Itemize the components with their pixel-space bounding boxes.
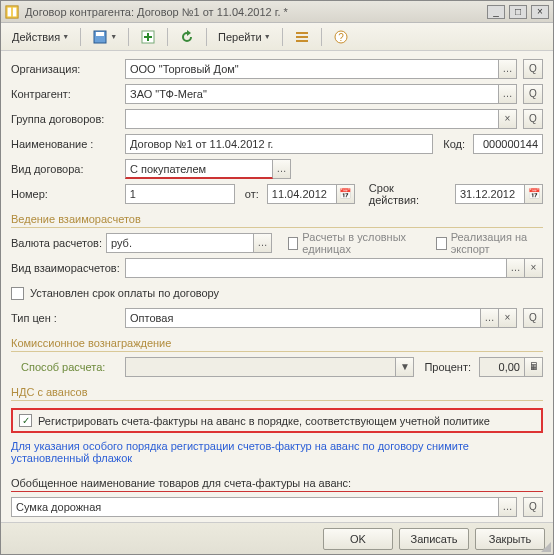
price-type-label: Тип цен : xyxy=(11,312,121,324)
contract-type-select-button[interactable]: … xyxy=(273,159,291,179)
price-type-select-button[interactable]: … xyxy=(481,308,499,328)
price-type-clear-button[interactable]: × xyxy=(499,308,517,328)
vat-register-box: ✓ Регистрировать счета-фактуры на аванс … xyxy=(11,408,543,433)
counterparty-label: Контрагент: xyxy=(11,88,121,100)
percent-calc-button: 🖩 xyxy=(525,357,543,377)
conditional-units-label: Расчеты в условных единицах xyxy=(302,231,423,255)
vat-register-label: Регистрировать счета-фактуры на аванс в … xyxy=(38,415,490,427)
save-button[interactable]: Записать xyxy=(399,528,469,550)
vat-summary-select-button[interactable]: … xyxy=(499,497,517,517)
currency-label: Валюта расчетов: xyxy=(11,237,102,249)
name-input[interactable] xyxy=(125,134,433,154)
method-label: Способ расчета: xyxy=(11,361,121,373)
goto-menu[interactable]: Перейти▼ xyxy=(213,28,276,46)
percent-input xyxy=(479,357,525,377)
code-input[interactable] xyxy=(473,134,543,154)
export-checkbox xyxy=(436,237,447,250)
counterparty-help-button[interactable]: Q xyxy=(523,84,543,104)
settle-type-input[interactable] xyxy=(125,258,507,278)
counterparty-select-button[interactable]: … xyxy=(499,84,517,104)
export-label: Реализация на экспорт xyxy=(451,231,543,255)
close-footer-button[interactable]: Закрыть xyxy=(475,528,545,550)
settlements-heading: Ведение взаиморасчетов xyxy=(11,213,543,228)
validity-picker[interactable]: 📅 xyxy=(525,184,543,204)
contract-type-label: Вид договора: xyxy=(11,163,121,175)
price-type-help-button[interactable]: Q xyxy=(523,308,543,328)
organization-label: Организация: xyxy=(11,63,121,75)
vat-summary-heading: Обобщенное наименование товаров для счет… xyxy=(11,477,543,492)
actions-menu[interactable]: Действия▼ xyxy=(7,28,74,46)
number-input[interactable] xyxy=(125,184,235,204)
svg-rect-7 xyxy=(296,36,308,38)
organization-input[interactable] xyxy=(125,59,499,79)
date-from-input[interactable] xyxy=(267,184,337,204)
counterparty-input[interactable] xyxy=(125,84,499,104)
price-type-input[interactable] xyxy=(125,308,481,328)
code-label: Код: xyxy=(443,138,465,150)
vat-summary-input[interactable] xyxy=(11,497,499,517)
organization-select-button[interactable]: … xyxy=(499,59,517,79)
group-help-button[interactable]: Q xyxy=(523,109,543,129)
window-title: Договор контрагента: Договор №1 от 11.04… xyxy=(25,6,487,18)
help-icon-button[interactable]: ? xyxy=(328,26,354,48)
group-input[interactable] xyxy=(125,109,499,129)
add-icon-button[interactable] xyxy=(135,26,161,48)
payment-term-checkbox[interactable] xyxy=(11,287,24,300)
vat-hint: Для указания особого порядка регистрации… xyxy=(11,440,543,464)
app-icon xyxy=(5,5,19,19)
footer-bar: OK Записать Закрыть xyxy=(1,522,553,554)
close-button[interactable]: × xyxy=(531,5,549,19)
vat-heading: НДС с авансов xyxy=(11,386,543,401)
vat-summary-help-button[interactable]: Q xyxy=(523,497,543,517)
contract-type-input[interactable] xyxy=(125,159,273,179)
minimize-button[interactable]: _ xyxy=(487,5,505,19)
method-dropdown-button: ▼ xyxy=(396,357,414,377)
from-label: от: xyxy=(245,188,259,200)
svg-rect-1 xyxy=(8,7,12,16)
title-bar: Договор контрагента: Договор №1 от 11.04… xyxy=(1,1,553,23)
validity-label: Срок действия: xyxy=(369,182,447,206)
payment-term-label: Установлен срок оплаты по договору xyxy=(30,287,219,299)
svg-rect-8 xyxy=(296,40,308,42)
settle-type-clear-button[interactable]: × xyxy=(525,258,543,278)
commission-heading: Комиссионное вознаграждение xyxy=(11,337,543,352)
svg-rect-2 xyxy=(13,7,17,16)
vat-register-checkbox[interactable]: ✓ xyxy=(19,414,32,427)
svg-rect-6 xyxy=(296,32,308,34)
svg-text:?: ? xyxy=(338,32,344,43)
ok-button[interactable]: OK xyxy=(323,528,393,550)
group-label: Группа договоров: xyxy=(11,113,121,125)
list-icon-button[interactable] xyxy=(289,26,315,48)
refresh-icon-button[interactable] xyxy=(174,26,200,48)
conditional-units-checkbox xyxy=(288,237,299,250)
number-label: Номер: xyxy=(11,188,121,200)
organization-help-button[interactable]: Q xyxy=(523,59,543,79)
validity-input[interactable] xyxy=(455,184,525,204)
currency-input[interactable] xyxy=(106,233,254,253)
percent-label: Процент: xyxy=(424,361,471,373)
settle-type-select-button[interactable]: … xyxy=(507,258,525,278)
group-clear-button[interactable]: × xyxy=(499,109,517,129)
resize-handle[interactable] xyxy=(539,540,551,552)
method-input xyxy=(125,357,396,377)
svg-rect-4 xyxy=(96,32,104,36)
date-from-picker[interactable]: 📅 xyxy=(337,184,355,204)
toolbar: Действия▼ ▼ Перейти▼ ? xyxy=(1,23,553,51)
currency-select-button[interactable]: … xyxy=(254,233,272,253)
maximize-button[interactable]: □ xyxy=(509,5,527,19)
save-icon-button[interactable]: ▼ xyxy=(87,26,122,48)
name-label: Наименование : xyxy=(11,138,121,150)
settle-type-label: Вид взаиморасчетов: xyxy=(11,262,121,274)
